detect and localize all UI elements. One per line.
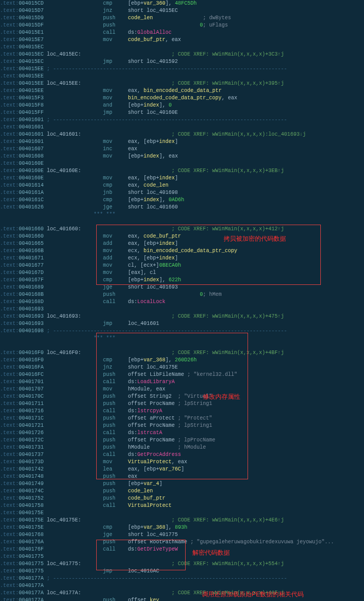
symbol[interactable]: bin_encoded_code_data_ptr	[144, 88, 222, 94]
asm-line: .text:004015EC	[0, 44, 364, 51]
segment-prefix: .text:	[0, 190, 19, 195]
asm-line: .text:00401752 push code_buf_ptr	[0, 495, 364, 502]
symbol[interactable]: var_4	[144, 481, 159, 487]
code-label[interactable]: loc_401775:	[47, 561, 81, 567]
code-label[interactable]: loc_40160E:	[47, 168, 81, 174]
code-label[interactable]: loc_4015EC:	[47, 51, 81, 57]
segment-prefix: .text:	[0, 503, 19, 508]
asm-line: .text:004015F3 mov bin_encoded_code_data…	[0, 95, 364, 102]
asm-line: .text:0040166B mov ecx, bin_encoded_code…	[0, 247, 364, 255]
symbol[interactable]: index	[159, 241, 175, 246]
asm-line: .text:0040161A jnb short loc_401698	[0, 189, 364, 197]
symbol[interactable]: bin_encoded_code_data_ptr_copy	[144, 248, 237, 254]
api-call[interactable]: lstrcpyA	[137, 408, 162, 414]
asm-line: .text:0040176F call ds:GetDriveTypeW	[0, 546, 364, 553]
code-label[interactable]: loc_4015EE:	[47, 81, 81, 86]
asm-line: .text:004015E7 mov code_buf_ptr, eax	[0, 36, 364, 44]
api-call[interactable]: GlobalAlloc	[137, 30, 172, 35]
segment-prefix: .text:	[0, 37, 19, 43]
comment: ; dwBytes	[203, 15, 231, 21]
segment-prefix: .text:	[0, 277, 19, 283]
symbol[interactable]: code_buf_ptr	[144, 233, 181, 239]
address: 00401689	[19, 284, 44, 290]
symbol[interactable]: VirtualProtect	[128, 503, 172, 508]
address: 004015EE	[19, 88, 44, 94]
address: 004015E1	[19, 30, 44, 35]
segment-prefix: .text:	[0, 241, 19, 246]
symbol[interactable]: index	[159, 255, 175, 261]
api-call[interactable]: LocalLock	[137, 299, 165, 305]
symbol[interactable]: VirtualProtect	[128, 459, 172, 465]
symbol[interactable]: code_len	[128, 488, 153, 494]
address: 00401737	[19, 452, 44, 458]
asm-line: .text:0040168B push 0; hMem	[0, 291, 364, 298]
address: 004015EE	[19, 81, 44, 86]
address: 00401660	[19, 233, 44, 239]
asm-line: .text:004015EE	[0, 73, 364, 80]
asm-line: *** ***	[0, 335, 364, 342]
segment-prefix: .text:	[0, 328, 19, 334]
asm-line: .text:0040173D mov VirtualProtect, eax	[0, 459, 364, 466]
asm-line: .text:00401693	[0, 306, 364, 313]
address: 00401607	[19, 146, 44, 152]
segment-prefix: .text:	[0, 51, 19, 57]
asm-line: .text:004015CD cmp [ebp+var_360], 48FC5D…	[0, 0, 364, 7]
api-call[interactable]: GetDriveTypeW	[137, 546, 178, 552]
asm-line: .text:00401601 loc_401601: ; CODE XREF: …	[0, 131, 364, 138]
asm-line: .text:00401601 mov eax, [ebp+index]	[0, 138, 364, 146]
symbol[interactable]: code_len	[144, 182, 168, 188]
separator-line: ; --------------------------------------…	[47, 576, 287, 581]
code-label[interactable]: loc_40175E:	[47, 517, 81, 523]
symbol[interactable]: key	[150, 597, 159, 601]
symbol[interactable]: index	[144, 153, 159, 159]
asm-line: .text:00401775 loc_401775: ; CODE XREF: …	[0, 560, 364, 568]
symbol[interactable]: index	[159, 175, 175, 181]
symbol[interactable]: index	[144, 277, 159, 283]
address: 0040175E	[19, 510, 44, 516]
symbol[interactable]: var_360	[144, 1, 165, 6]
address: 00401707	[19, 386, 44, 392]
segment-prefix: .text:	[0, 372, 19, 377]
comment: ; lpProcName	[178, 437, 215, 443]
segment-prefix: .text:	[0, 488, 19, 494]
asm-line: .text:00401737 call ds:GetProcAddress	[0, 451, 364, 459]
address: 004015F3	[19, 95, 44, 101]
asm-line: .text:00401775	[0, 553, 364, 560]
xref-comment: ; CODE XREF: wWinMain(x,x,x,x)+4AF↑j	[81, 590, 284, 596]
asm-line: .text:00401707 mov hModule, eax	[0, 386, 364, 393]
symbol[interactable]: var_368	[144, 357, 165, 363]
symbol[interactable]: code_buf_ptr	[128, 37, 165, 43]
segment-prefix: .text:	[0, 197, 19, 203]
segment-prefix: .text:	[0, 510, 19, 516]
symbol[interactable]: bin_encoded_code_data_ptr_copy	[128, 95, 222, 101]
symbol[interactable]: code_buf_ptr	[128, 495, 165, 501]
segment-prefix: .text:	[0, 350, 19, 356]
code-label[interactable]: loc_401660:	[47, 226, 81, 232]
api-call[interactable]: GetProcAddress	[137, 452, 181, 458]
symbol[interactable]: var_76C	[159, 466, 181, 472]
code-label[interactable]: loc_40177A:	[47, 590, 81, 596]
symbol[interactable]: index	[144, 197, 159, 203]
segment-prefix: .text:	[0, 66, 19, 72]
segment-prefix: .text:	[0, 423, 19, 428]
asm-line: .text:0040161C cmp [ebp+index], 0AD6h	[0, 197, 364, 204]
address: 004015EE	[19, 73, 44, 79]
symbol[interactable]: var_368	[144, 525, 165, 530]
code-label[interactable]: loc_401693:	[47, 313, 81, 319]
symbol[interactable]: index	[159, 139, 175, 145]
segment-prefix: .text:	[0, 15, 19, 21]
segment-prefix: .text:	[0, 364, 19, 370]
address: 0040172C	[19, 437, 44, 443]
symbol[interactable]: code_len	[128, 15, 153, 21]
api-call[interactable]: LoadLibraryA	[137, 379, 175, 385]
symbol[interactable]: index	[144, 102, 159, 108]
asm-line: .text:0040177A push offset key	[0, 597, 364, 601]
segment-prefix: .text:	[0, 576, 19, 581]
address: 0040173D	[19, 459, 44, 465]
asm-line: .text:00401693 loc_401693: ; CODE XREF: …	[0, 313, 364, 320]
address: 0040161A	[19, 190, 44, 195]
code-label[interactable]: loc_401601:	[47, 132, 81, 137]
api-call[interactable]: lstrcatA	[137, 430, 162, 436]
code-label[interactable]: loc_4016F0:	[47, 350, 81, 356]
segment-prefix: .text:	[0, 255, 19, 261]
